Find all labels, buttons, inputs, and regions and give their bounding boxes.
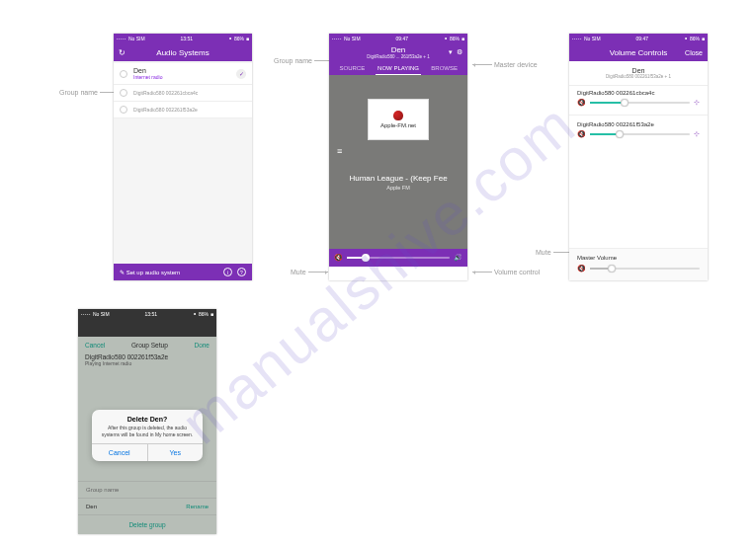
radio-icon <box>120 70 127 78</box>
list-item[interactable]: DigitRadio580 002261cbca4c <box>114 85 252 102</box>
tab-browse[interactable]: BROWSE <box>421 61 467 75</box>
group-subtitle: DigitRadio580 ... 261f53a2e + 1 <box>367 54 429 59</box>
mute-icon[interactable]: 🔇 <box>577 99 586 107</box>
album-art: Apple-FM.net <box>368 99 429 140</box>
alert-title: Delete Den? <box>92 410 203 425</box>
device-name: DigitRadio580 002261f53a2e <box>577 121 700 127</box>
volume-slider[interactable] <box>590 133 690 135</box>
alert-dialog: Delete Den? After this group is deleted,… <box>92 410 203 461</box>
alert-yes-button[interactable]: Yes <box>148 444 204 461</box>
volume-icon[interactable]: 🔊 <box>454 254 462 262</box>
page-title: Volume Controls <box>610 48 668 57</box>
group-title[interactable]: Den <box>367 45 429 54</box>
master-volume-slider[interactable] <box>590 268 700 270</box>
apple-icon <box>393 111 403 120</box>
screen-audio-systems: ⋅⋅⋅⋅⋅No SIM 13:51 ⚬86%■ ↻ Audio Systems … <box>114 34 252 280</box>
chevron-down-icon[interactable]: ▾ <box>449 48 453 56</box>
radio-icon <box>120 106 127 114</box>
alert-cancel-button[interactable]: Cancel <box>92 444 148 461</box>
status-bar: ⋅⋅⋅⋅⋅No SIM 09:47 ⚬86%■ <box>329 34 467 43</box>
now-playing-body: ≡ Apple-FM.net Human League - (Keep Fee … <box>329 75 467 267</box>
label-master-device: Master device <box>472 61 538 68</box>
gear-icon[interactable]: ⚙ <box>457 48 462 56</box>
label-volume-control: Volume control <box>472 269 540 275</box>
volume-slider[interactable] <box>590 102 690 104</box>
device-status: Internet radio <box>133 74 236 80</box>
header: Den DigitRadio580 ... 261f53a2e + 1 ▾ ⚙ <box>329 43 467 61</box>
label-group-name-2: Group name <box>274 57 334 64</box>
master-volume-label: Master Volume <box>577 255 700 261</box>
header <box>78 319 216 337</box>
device-volume-row: DigitRadio580 002261f53a2e 🔇 ⊹ <box>569 117 708 144</box>
screen-now-playing: ⋅⋅⋅⋅⋅No SIM 09:47 ⚬86%■ Den DigitRadio58… <box>329 34 467 280</box>
list-item[interactable]: Den Internet radio ✓ <box>114 63 252 85</box>
device-name: Den <box>133 67 236 74</box>
setup-button[interactable]: ✎ Set up audio system <box>120 269 180 275</box>
track-artist: Apple FM <box>386 185 410 191</box>
tabs: SOURCE NOW PLAYING BROWSE <box>329 61 467 75</box>
volume-bar: 🔇 🔊 <box>329 249 467 267</box>
checkmark-icon[interactable]: ✓ <box>236 69 246 79</box>
group-setup-body: Cancel Group Setup Done DigitRadio580 00… <box>78 337 216 534</box>
refresh-icon[interactable]: ↻ <box>119 48 126 57</box>
volume-body: Den DigitRadio580 002261f53a2e + 1 Digit… <box>569 61 708 280</box>
radio-icon <box>120 89 127 97</box>
header: ↻ Audio Systems <box>114 43 252 61</box>
header: Volume Controls Close <box>569 43 708 61</box>
eq-icon[interactable]: ⊹ <box>694 99 700 107</box>
page-title: Audio Systems <box>156 48 209 57</box>
footer: ✎ Set up audio system i ? <box>114 264 252 280</box>
help-icon[interactable]: ? <box>237 268 246 276</box>
device-volume-row: DigitRadio580 002261cbca4c 🔇 ⊹ <box>569 86 708 113</box>
device-name: DigitRadio580 002261cbca4c <box>133 90 246 96</box>
group-header: Den DigitRadio580 002261f53a2e + 1 <box>569 65 708 86</box>
alert-message: After this group is deleted, the audio s… <box>92 425 203 443</box>
status-bar: ⋅⋅⋅⋅⋅No SIM 09:47 ⚬86%■ <box>569 34 708 43</box>
eq-icon[interactable]: ⊹ <box>694 130 700 138</box>
device-name: DigitRadio580 002261cbca4c <box>577 90 700 96</box>
device-name: DigitRadio580 002261f53a2e <box>133 107 246 113</box>
label-mute-1: Mute <box>291 269 328 275</box>
volume-slider[interactable] <box>347 257 450 259</box>
list-item[interactable]: DigitRadio580 002261f53a2e <box>114 102 252 118</box>
info-icon[interactable]: i <box>223 268 232 276</box>
tab-source[interactable]: SOURCE <box>329 61 376 75</box>
screen-delete-dialog: ⋅⋅⋅⋅⋅No SIM 13:51 ⚬86%■ Cancel Group Set… <box>78 309 216 534</box>
screen-volume-controls: ⋅⋅⋅⋅⋅No SIM 09:47 ⚬86%■ Volume Controls … <box>569 34 708 280</box>
mute-icon[interactable]: 🔇 <box>577 265 586 273</box>
mute-icon[interactable]: 🔇 <box>577 130 586 138</box>
hamburger-icon[interactable]: ≡ <box>337 146 342 156</box>
mute-icon[interactable]: 🔇 <box>334 254 343 262</box>
label-mute-2: Mute <box>536 249 573 256</box>
status-bar: ⋅⋅⋅⋅⋅No SIM 13:51 ⚬86%■ <box>114 34 252 43</box>
status-bar: ⋅⋅⋅⋅⋅No SIM 13:51 ⚬86%■ <box>78 309 216 319</box>
master-volume: Master Volume 🔇 <box>569 248 708 280</box>
track-title: Human League - (Keep Fee <box>349 174 447 183</box>
tab-now-playing[interactable]: NOW PLAYING <box>376 61 422 75</box>
label-group-name-1: Group name <box>59 89 120 96</box>
close-button[interactable]: Close <box>685 49 703 56</box>
device-list: Den Internet radio ✓ DigitRadio580 00226… <box>114 61 252 264</box>
